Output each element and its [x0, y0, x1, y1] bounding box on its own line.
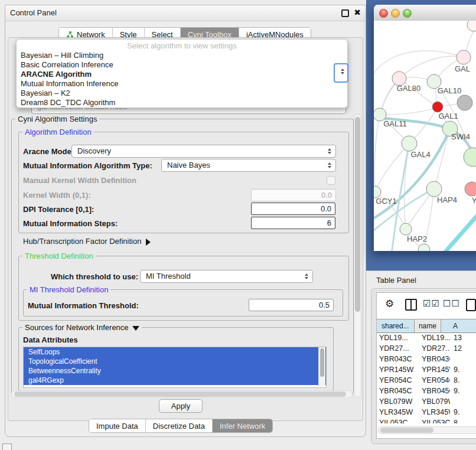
- apply-button[interactable]: Apply: [159, 399, 203, 413]
- network-edge[interactable]: [380, 107, 438, 115]
- aracne-mode-value: Discovery: [77, 146, 111, 155]
- table-row[interactable]: YPR145W YPR145W 9.: [377, 364, 476, 375]
- tab-impute-data[interactable]: Impute Data: [89, 419, 146, 432]
- screen: Control Panel ✖ Network Style Select Cyn…: [0, 0, 476, 450]
- sources-title: Sources for Network Inference: [25, 323, 129, 332]
- select-all-checkboxes-icon[interactable]: ☑☑: [423, 298, 440, 309]
- network-node-label: GCY1: [376, 197, 396, 206]
- table-row[interactable]: YLR345W YLR345W 9.: [377, 407, 476, 418]
- network-window-titlebar[interactable]: [374, 5, 476, 21]
- table-row[interactable]: YBR045C YBR045C 9.: [377, 386, 476, 396]
- table-row[interactable]: YER054C YER054C 8.: [377, 375, 476, 386]
- table-row[interactable]: YIL053C YIL053C 8.: [377, 418, 476, 423]
- docked-panel-icon[interactable]: [2, 444, 12, 450]
- network-edge[interactable]: [434, 129, 450, 189]
- network-node[interactable]: [465, 182, 476, 196]
- mi-type-value: Naive Bayes: [167, 161, 210, 169]
- table-row[interactable]: YDR27... YDR27... 12: [377, 343, 476, 354]
- mi-steps-label: Mutual Information Steps:: [23, 219, 118, 228]
- tab-discretize-data[interactable]: Discretize Data: [146, 419, 213, 432]
- table-row[interactable]: YDL19... YDL19... 13: [377, 332, 476, 343]
- dropdown-item[interactable]: Bayesian – K2: [21, 89, 70, 97]
- network-node[interactable]: [418, 244, 430, 251]
- network-node[interactable]: [457, 50, 471, 64]
- settings-horizontal-scrollbar[interactable]: [11, 390, 353, 398]
- network-node[interactable]: [374, 186, 381, 198]
- dropdown-item[interactable]: Mutual Information Inference: [21, 79, 118, 88]
- network-node[interactable]: [457, 95, 472, 110]
- deselect-all-checkboxes-icon[interactable]: ☐☐: [443, 298, 460, 309]
- algorithm-definition-title: Algorithm Definition: [22, 128, 94, 136]
- dropdown-item-selected[interactable]: ARACNE Algorithm: [21, 70, 92, 79]
- control-panel-titlebar[interactable]: Control Panel ✖: [5, 5, 366, 21]
- network-node-label: GAL: [455, 64, 470, 73]
- column-header-name[interactable]: name: [415, 319, 441, 332]
- attribute-item[interactable]: SelfLoops: [24, 347, 326, 357]
- dropdown-item[interactable]: Bayesian – Hill Climbing: [21, 51, 103, 60]
- mi-steps-field[interactable]: 6: [251, 217, 335, 229]
- table-horizontal-scrollbar[interactable]: [378, 426, 476, 434]
- which-threshold-combobox[interactable]: MI Threshold: [140, 270, 313, 283]
- table-row[interactable]: YBR043C YBR043C: [377, 354, 476, 364]
- dropdown-item[interactable]: Dream8 DC_TDC Algorithm: [21, 98, 115, 107]
- network-node-label: GAL80: [397, 84, 420, 93]
- mac-minimize-button[interactable]: [391, 9, 400, 18]
- control-panel-title: Control Panel: [10, 8, 57, 17]
- tab-infer-network[interactable]: Infer Network: [213, 419, 272, 432]
- network-edge[interactable]: [442, 211, 476, 251]
- new-column-icon[interactable]: [466, 299, 476, 311]
- aracne-mode-label: Aracne Mode:: [23, 147, 74, 156]
- attribute-item[interactable]: TopologicalCoefficient: [24, 357, 326, 366]
- mac-zoom-button[interactable]: [403, 9, 412, 18]
- network-edge[interactable]: [374, 79, 399, 192]
- data-attributes-list[interactable]: SelfLoops TopologicalCoefficient Between…: [23, 347, 327, 388]
- algorithm-dropdown-popup: Select algorithm to view settings Bayesi…: [16, 39, 348, 108]
- aracne-mode-combobox[interactable]: Discovery: [71, 145, 336, 158]
- which-threshold-value: MI Threshold: [146, 272, 191, 281]
- mi-threshold-label: Mutual Information Threshold:: [28, 301, 139, 310]
- network-edge[interactable]: [374, 51, 464, 77]
- sources-toggle[interactable]: Sources for Network Inference: [22, 323, 142, 332]
- which-threshold-label: Which threshold to use:: [51, 272, 138, 281]
- network-node-label: GAL10: [438, 86, 461, 95]
- network-node[interactable]: [467, 21, 476, 31]
- table-row[interactable]: YBL079W YBL079W: [377, 396, 476, 407]
- dropdown-item[interactable]: Basic Correlation Inference: [21, 60, 113, 69]
- network-view-window: GALGAL80GAL10GAL1GAL11SWI4GAL4HAP4YGCY1H…: [374, 5, 476, 251]
- split-columns-icon[interactable]: [405, 299, 417, 311]
- network-svg[interactable]: GALGAL80GAL10GAL1GAL11SWI4GAL4HAP4YGCY1H…: [374, 21, 476, 251]
- column-header-shared-name[interactable]: shared...: [377, 319, 415, 332]
- attribute-item[interactable]: gal4RGexp: [24, 376, 326, 385]
- network-node[interactable]: [402, 136, 417, 151]
- kernel-width-field[interactable]: 0.0: [251, 189, 336, 201]
- combo-arrows-icon: [341, 69, 344, 74]
- manual-kernel-checkbox[interactable]: [327, 176, 335, 185]
- mi-type-label: Mutual Information Algorithm Type:: [23, 161, 152, 170]
- list-scrollbar[interactable]: [318, 347, 325, 386]
- attribute-item[interactable]: BetweennessCentrality: [24, 366, 326, 376]
- gear-icon[interactable]: ⚙: [385, 298, 394, 310]
- network-node[interactable]: [400, 223, 412, 235]
- dpi-tolerance-field[interactable]: 0.0: [251, 203, 335, 215]
- network-node-label: GAL11: [383, 119, 407, 128]
- close-icon[interactable]: ✖: [354, 8, 361, 17]
- expand-right-icon: [146, 239, 151, 246]
- settings-vertical-scrollbar[interactable]: [354, 114, 361, 397]
- hub-definition-toggle[interactable]: Hub/Transcription Factor Definition: [23, 237, 151, 246]
- manual-kernel-label: Manual Kernel Width Definition: [23, 176, 136, 185]
- combo-arrows-icon: [305, 273, 308, 279]
- network-node[interactable]: [464, 148, 476, 167]
- network-node[interactable]: [426, 181, 442, 197]
- collapse-down-icon: [132, 326, 139, 331]
- focused-combobox-fragment[interactable]: [334, 63, 348, 83]
- tab-impute-data-label: Impute Data: [96, 422, 138, 431]
- mac-close-button[interactable]: [379, 9, 388, 18]
- mi-threshold-field[interactable]: 0.5: [249, 299, 334, 311]
- network-node-label: HAP2: [407, 234, 427, 243]
- float-window-icon[interactable]: [341, 9, 349, 17]
- cyni-algorithm-settings-title: Cyni Algorithm Settings: [15, 115, 99, 123]
- network-node-label: SWI4: [451, 132, 470, 141]
- network-node[interactable]: [432, 102, 443, 112]
- column-header-partial[interactable]: A: [441, 319, 476, 332]
- mi-type-combobox[interactable]: Naive Bayes: [161, 159, 336, 172]
